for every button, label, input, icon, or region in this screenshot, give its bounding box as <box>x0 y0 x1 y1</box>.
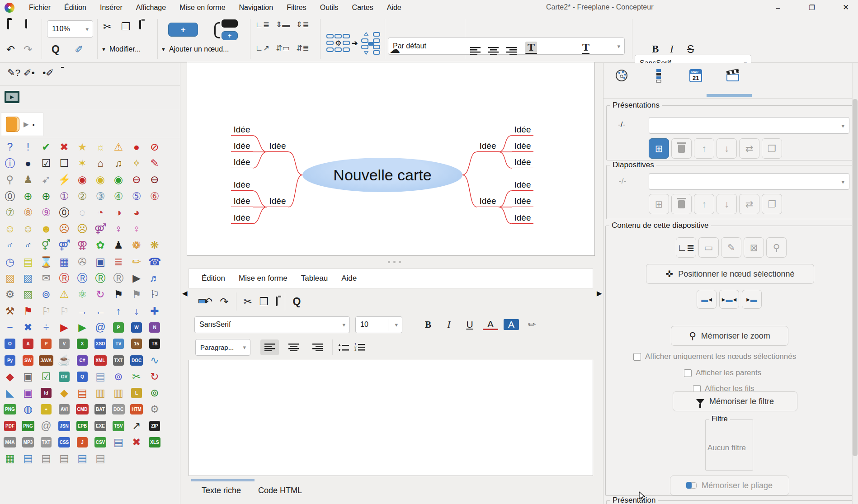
image-icon[interactable]: ▧ <box>23 289 33 300</box>
calendar-icon[interactable]: ▦ <box>59 257 69 267</box>
important-icon[interactable]: ! <box>27 142 29 152</box>
format-as-text-button[interactable]: T <box>525 42 537 54</box>
menu-item-affichage[interactable]: Affichage <box>136 4 166 12</box>
map-node-left-child-6[interactable]: Idée <box>231 213 253 224</box>
java-file-icon[interactable]: JAVA <box>39 355 53 366</box>
link-start-icon[interactable]: ✐• <box>24 67 35 78</box>
menu-item-filtres[interactable]: Filtres <box>287 4 306 12</box>
csv-file-icon[interactable]: CSV <box>94 437 107 447</box>
note-font-color-button[interactable]: A <box>483 319 498 330</box>
note-menu-tableau[interactable]: Tableau <box>301 274 328 283</box>
exe-file-icon[interactable]: EXE <box>94 421 106 431</box>
gear-2-icon[interactable]: ⚙ <box>150 404 160 415</box>
manage-layouts-icon[interactable]: ⚙ ➔ <box>326 32 382 57</box>
excel-file-icon[interactable]: X <box>77 339 88 349</box>
clapper-icon[interactable]: ▶ <box>132 273 141 283</box>
folder-2-icon[interactable]: ▥ <box>113 388 123 398</box>
note-menu-aide[interactable]: Aide <box>341 274 357 283</box>
center-node-button[interactable]: ▶▬◀ <box>719 290 739 309</box>
move-presentation-up-button[interactable]: ↑ <box>694 138 714 159</box>
sort-all-button[interactable]: ⇵≣ <box>296 43 309 53</box>
map-node-left-parent-2[interactable]: Idée <box>267 196 288 207</box>
checklist-icon[interactable]: ≣ <box>114 257 123 267</box>
number-7-icon[interactable]: ⑦ <box>5 207 15 218</box>
align-center-button[interactable] <box>488 47 499 55</box>
html-file-icon[interactable]: HTM <box>130 404 143 415</box>
xml-file-icon[interactable]: XML <box>94 355 106 366</box>
flag-white-icon[interactable]: ⚐ <box>42 306 51 316</box>
menu-item-ins-rer[interactable]: Insérer <box>100 4 123 12</box>
numbered-list-button[interactable]: 123 <box>354 343 365 351</box>
flash-icon[interactable]: ⚡ <box>58 174 71 185</box>
map-node-left-child-1[interactable]: Idée <box>231 125 253 136</box>
show-only-selected-checkbox[interactable]: Afficher uniquement les nœuds sélectionn… <box>633 352 796 361</box>
number-5-icon[interactable]: ⑤ <box>132 191 141 202</box>
map-node-left-child-5[interactable]: Idée <box>231 196 253 207</box>
plus-blue-icon[interactable]: ✚ <box>150 306 159 316</box>
woman-1-icon[interactable]: ♀ <box>114 224 122 234</box>
link-end-icon[interactable]: •✐ <box>42 67 54 78</box>
m4a-file-icon[interactable]: M4A <box>4 437 16 447</box>
screen-file-icon[interactable]: TV <box>113 339 124 349</box>
slide-combo[interactable]: ▾ <box>649 173 849 190</box>
csharp-file-icon[interactable]: C# <box>77 355 88 366</box>
menu-item-fichier[interactable]: Fichier <box>29 4 51 12</box>
butterfly-icon[interactable]: ❁ <box>132 240 141 250</box>
map-node-right-parent-1[interactable]: Idée <box>477 141 499 152</box>
progress-75-icon[interactable]: ◕ <box>133 207 140 218</box>
divide-icon[interactable]: ÷ <box>43 322 49 333</box>
map-node-right-child-5[interactable]: Idée <box>512 196 533 207</box>
info-icon[interactable]: ⓘ <box>5 158 15 169</box>
plus-yellow-icon[interactable]: + <box>41 404 52 415</box>
slide-node-button[interactable]: ▭ <box>698 237 719 258</box>
panel-scrollbar[interactable] <box>852 63 858 504</box>
smiley-surprised-icon[interactable]: ☻ <box>41 224 52 234</box>
key-icon[interactable]: ✧ <box>132 158 141 169</box>
number-6-icon[interactable]: ⑥ <box>150 191 160 202</box>
minimize-button[interactable]: – <box>768 0 788 15</box>
search-button[interactable]: Q <box>52 43 60 56</box>
traffic-yellow-icon[interactable]: ◉ <box>96 174 105 185</box>
flower-icon[interactable]: ✿ <box>96 240 104 250</box>
ok-icon[interactable]: ✔ <box>42 142 50 152</box>
position-selected-node-button[interactable]: ✜ Positionner le nœud sélectionné <box>646 264 814 284</box>
format-painter-button[interactable]: ✐ <box>75 43 83 56</box>
align-node-right-button[interactable]: ▶▬ <box>742 290 762 309</box>
add-child-node-button[interactable]: + <box>214 19 240 42</box>
add-node-dropdown[interactable]: ▼ Ajouter un nœud... <box>161 45 229 53</box>
warning-icon[interactable]: ⚠ <box>114 142 123 152</box>
css-file-icon[interactable]: CSS <box>58 437 71 447</box>
txt-2-icon[interactable]: TXT <box>41 437 52 447</box>
doc-file-icon[interactable]: DOC <box>130 355 143 366</box>
undo-button[interactable]: ↶ <box>6 43 15 56</box>
align-right-button[interactable] <box>506 47 517 55</box>
media-group-button[interactable]: ▶ <box>5 91 19 103</box>
music-icon[interactable]: ♫ <box>114 158 122 169</box>
phone-icon[interactable]: ☎ <box>148 257 161 267</box>
number-8-icon[interactable]: ⑧ <box>24 207 33 218</box>
molecule-icon[interactable]: ⚛ <box>78 289 87 300</box>
slide-edit-button[interactable]: ✎ <box>721 237 741 258</box>
note-align-left-button[interactable] <box>260 339 279 355</box>
flag-black-icon[interactable]: ⚑ <box>114 289 123 300</box>
note-bold-button[interactable]: B <box>420 319 436 330</box>
add-2-icon[interactable]: ⊕ <box>42 191 50 202</box>
j-file-icon[interactable]: J <box>77 437 88 447</box>
note-align-center-button[interactable] <box>284 339 303 355</box>
slide-remove-button[interactable]: ⊠ <box>744 237 764 258</box>
people-1-icon[interactable]: ⚥ <box>42 240 51 250</box>
tab-presentation[interactable] <box>725 67 741 84</box>
swirl-icon[interactable]: ↻ <box>96 289 104 300</box>
registered-green-icon[interactable]: Ⓡ <box>95 273 106 283</box>
maximize-button[interactable]: ❐ <box>801 0 822 15</box>
menu-item-mise-en-forme[interactable]: Mise en forme <box>179 4 225 12</box>
purple-app-icon[interactable]: ▣ <box>23 388 33 398</box>
outline-expand-button[interactable]: ∟↗ <box>255 43 269 53</box>
delete-slide-button[interactable] <box>671 194 692 214</box>
swirl-red-icon[interactable]: ↻ <box>150 372 159 382</box>
avi-file-icon[interactable]: AVI <box>59 404 70 415</box>
gear-icon[interactable]: ⚙ <box>5 289 15 300</box>
redo-button[interactable]: ↷ <box>24 43 32 56</box>
close-button[interactable]: ✕ <box>835 0 856 15</box>
boy-icon[interactable]: ♂ <box>6 240 14 250</box>
